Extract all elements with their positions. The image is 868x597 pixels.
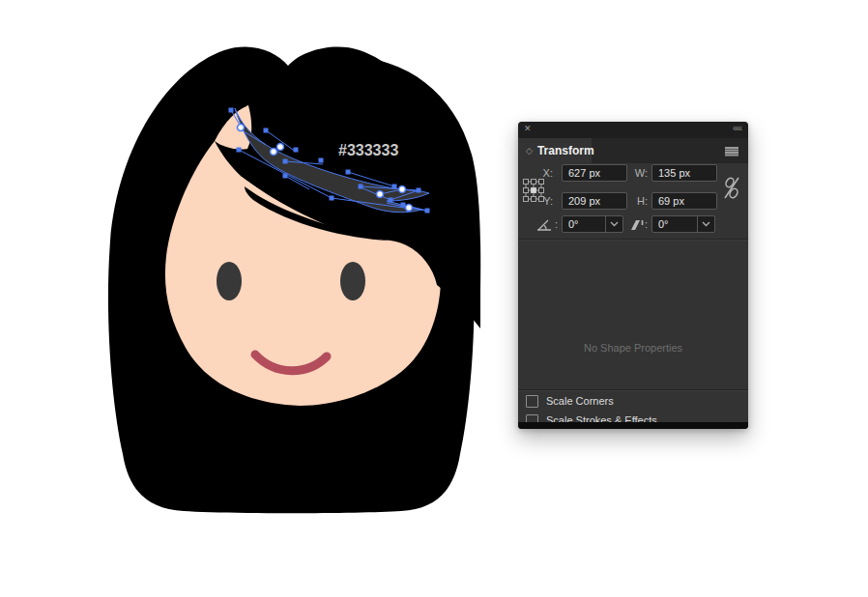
anchor-point-square[interactable] <box>283 159 288 164</box>
application-canvas: #333333 ✕ «« ◇ Transform <box>0 0 868 597</box>
panel-bottom-edge <box>518 422 748 429</box>
rotate-field[interactable] <box>563 216 605 232</box>
anchor-point-square[interactable] <box>346 170 351 175</box>
constrain-proportions-icon[interactable] <box>721 175 742 201</box>
anchor-point-square[interactable] <box>425 209 430 213</box>
scale-corners-label: Scale Corners <box>546 395 614 407</box>
panel-tab-row: ◇ Transform <box>518 138 748 163</box>
panel-cycle-icon: ◇ <box>526 146 533 156</box>
footer-divider <box>518 389 748 390</box>
anchor-point-circle[interactable] <box>399 186 406 193</box>
anchor-point-square[interactable] <box>359 185 363 189</box>
scale-corners-row[interactable]: Scale Corners <box>526 394 614 408</box>
shear-field[interactable] <box>652 216 697 232</box>
panel-titlebar: ✕ «« <box>518 122 748 138</box>
canvas-illustration: #333333 <box>0 0 512 597</box>
panel-menu-icon[interactable] <box>725 147 738 149</box>
rotate-colon: : <box>552 218 558 230</box>
anchor-point-square[interactable] <box>401 203 406 208</box>
y-label: Y: <box>535 195 553 207</box>
reference-point-center[interactable] <box>532 188 536 193</box>
anchor-point-circle[interactable] <box>377 191 384 198</box>
anchor-point-square[interactable] <box>264 128 269 133</box>
section-divider <box>518 239 748 240</box>
scale-corners-checkbox[interactable] <box>526 395 538 408</box>
y-field[interactable] <box>562 192 627 210</box>
anchor-point-square[interactable] <box>237 148 242 153</box>
anchor-point-square[interactable] <box>330 196 334 201</box>
no-shape-properties-text: No Shape Properties <box>518 342 748 354</box>
shear-combo <box>651 215 715 233</box>
w-field[interactable] <box>651 164 717 182</box>
rotate-dropdown-chevron-icon[interactable] <box>605 216 622 232</box>
shear-colon: : <box>642 218 648 230</box>
anchor-point-square[interactable] <box>294 148 299 153</box>
tab-transform[interactable]: ◇ Transform <box>518 138 592 163</box>
anchor-point-circle[interactable] <box>271 149 277 156</box>
anchor-point-square[interactable] <box>229 108 234 113</box>
anchor-point-circle[interactable] <box>406 205 413 212</box>
h-label: H: <box>630 195 648 207</box>
x-field[interactable] <box>562 164 627 182</box>
tab-transform-label: Transform <box>537 144 594 157</box>
anchor-point-circle[interactable] <box>238 125 245 131</box>
panel-body: X: W: Y: H: <box>518 163 748 429</box>
hex-color-label: #333333 <box>338 142 398 158</box>
anchor-point-square[interactable] <box>389 198 393 203</box>
shear-dropdown-chevron-icon[interactable] <box>697 216 714 232</box>
collapse-panel-icon[interactable]: «« <box>733 123 741 133</box>
x-label: X: <box>535 167 553 179</box>
left-eye-shape[interactable] <box>217 262 242 300</box>
anchor-point-circle[interactable] <box>277 144 284 151</box>
transform-panel: ✕ «« ◇ Transform <box>518 122 748 429</box>
w-label: W: <box>630 167 648 179</box>
anchor-point-square[interactable] <box>283 174 288 179</box>
anchor-point-square[interactable] <box>319 158 324 163</box>
rotate-angle-icon <box>536 217 552 233</box>
close-icon[interactable]: ✕ <box>524 124 532 133</box>
right-eye-shape[interactable] <box>340 262 365 300</box>
h-field[interactable] <box>651 192 717 210</box>
anchor-point-square[interactable] <box>392 185 397 189</box>
rotate-combo <box>562 215 623 233</box>
anchor-point-square[interactable] <box>417 188 421 193</box>
